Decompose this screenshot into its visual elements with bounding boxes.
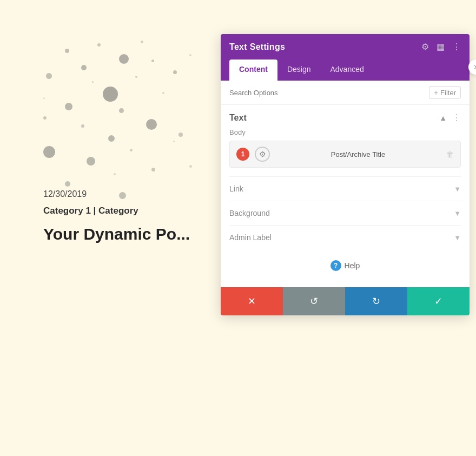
help-text[interactable]: Help: [345, 261, 360, 270]
page-content: 12/30/2019 Category 1 | Category Your Dy…: [43, 189, 190, 243]
tab-design[interactable]: Design: [277, 60, 321, 81]
item-number-badge: 1: [236, 148, 249, 161]
text-section: Text ▲ ⋮: [221, 105, 470, 128]
page-categories: Category 1 | Category: [43, 206, 190, 216]
filter-label: Filter: [440, 89, 456, 97]
cancel-button[interactable]: ✕: [221, 287, 283, 315]
item-gear-button[interactable]: ⚙: [255, 147, 270, 162]
link-collapse-header[interactable]: Link ▼: [229, 177, 461, 201]
link-section: Link ▼: [229, 176, 461, 201]
gear-icon: ⚙: [259, 150, 266, 158]
link-chevron-icon: ▼: [454, 185, 461, 193]
panel-header-icons: ⚙ ▦ ⋮: [421, 42, 461, 52]
save-icon: ✓: [434, 295, 442, 307]
columns-icon[interactable]: ▦: [437, 42, 445, 52]
tab-content[interactable]: Content: [229, 60, 277, 81]
save-button[interactable]: ✓: [407, 287, 470, 315]
admin-label-collapse-header[interactable]: Admin Label ▼: [229, 226, 461, 249]
text-collapse-icon[interactable]: ▲: [439, 114, 447, 122]
redo-button[interactable]: ↻: [345, 287, 407, 315]
scatter-decoration: [11, 32, 206, 206]
background-label: Background: [229, 209, 270, 217]
search-input[interactable]: [229, 89, 425, 97]
panel-header: Text Settings ⚙ ▦ ⋮: [221, 34, 470, 60]
search-row: + Filter: [221, 81, 470, 105]
text-settings-panel: Text Settings ⚙ ▦ ⋮ Content Design Advan…: [221, 34, 470, 315]
redo-icon: ↻: [372, 295, 380, 307]
background-chevron-icon: ▼: [454, 209, 461, 217]
link-label: Link: [229, 184, 243, 193]
delete-item-button[interactable]: 🗑: [446, 150, 454, 158]
undo-icon: ↺: [310, 295, 318, 307]
dynamic-item-row: 1 ⚙ Post/Archive Title 🗑: [229, 141, 461, 168]
body-label: Body: [221, 128, 470, 136]
text-section-controls: ▲ ⋮: [439, 113, 461, 123]
bottom-bar: ✕ ↺ ↻ ✓: [221, 287, 470, 315]
page-date: 12/30/2019: [43, 189, 190, 199]
text-more-icon[interactable]: ⋮: [452, 113, 461, 123]
page-title-text: Your Dynamic Po...: [43, 225, 190, 243]
tab-advanced[interactable]: Advanced: [320, 60, 373, 81]
settings-icon[interactable]: ⚙: [421, 42, 429, 52]
text-section-title: Text: [229, 113, 247, 123]
help-icon: ?: [330, 260, 341, 271]
help-row: ? Help: [221, 249, 470, 287]
dynamic-item-label: Post/Archive Title: [275, 150, 441, 158]
cancel-icon: ✕: [248, 295, 256, 307]
undo-button[interactable]: ↺: [283, 287, 345, 315]
filter-button[interactable]: + Filter: [429, 86, 461, 99]
more-icon[interactable]: ⋮: [452, 42, 461, 52]
admin-label-text: Admin Label: [229, 233, 272, 242]
panel-title: Text Settings: [229, 42, 285, 52]
admin-label-section: Admin Label ▼: [229, 225, 461, 249]
background-collapse-header[interactable]: Background ▼: [229, 201, 461, 225]
filter-plus-icon: +: [434, 88, 438, 97]
panel-tabs: Content Design Advanced: [221, 60, 470, 81]
background-section: Background ▼: [229, 201, 461, 225]
text-section-header: Text ▲ ⋮: [229, 105, 461, 128]
admin-label-chevron-icon: ▼: [454, 234, 461, 242]
